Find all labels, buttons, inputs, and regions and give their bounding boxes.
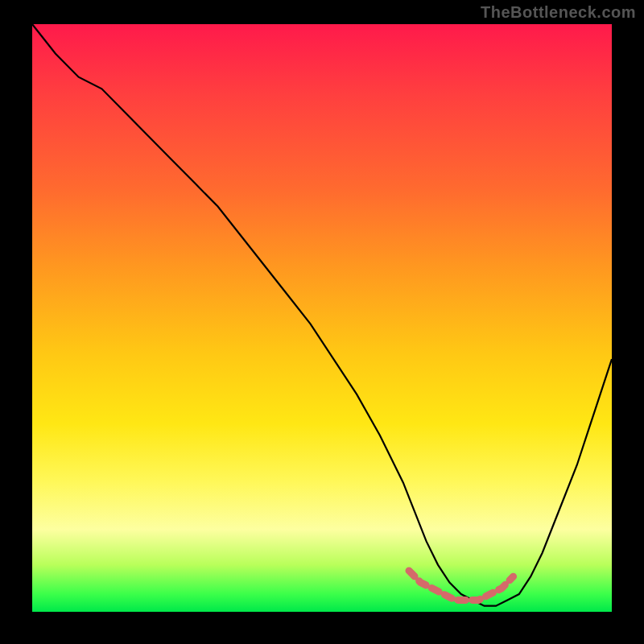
chart-frame: TheBottleneck.com xyxy=(0,0,644,644)
plot-area xyxy=(32,24,612,612)
watermark-label: TheBottleneck.com xyxy=(481,3,636,22)
marker-band xyxy=(409,571,514,601)
bottleneck-curve xyxy=(32,24,612,606)
curve-svg xyxy=(32,24,612,612)
